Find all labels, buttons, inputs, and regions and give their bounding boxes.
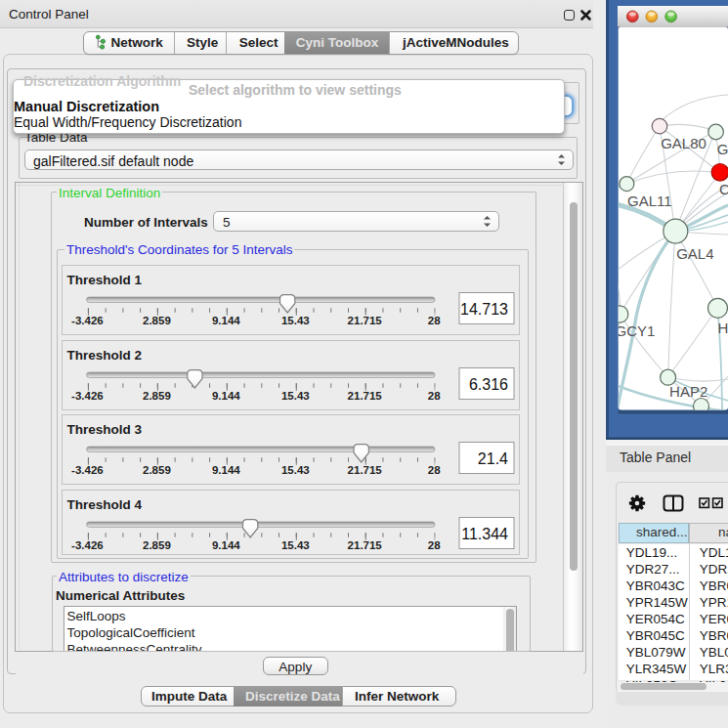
svg-text:21.715: 21.715	[348, 315, 383, 326]
svg-text:Threshold 1: Threshold 1	[67, 273, 143, 287]
svg-text:-3.426: -3.426	[71, 464, 104, 476]
svg-text:28: 28	[428, 539, 441, 551]
svg-text:Threshold 3: Threshold 3	[67, 422, 143, 437]
svg-text:GCY1: GCY1	[616, 322, 656, 339]
svg-text:GAL80: GAL80	[661, 135, 707, 151]
svg-text:HAP2: HAP2	[669, 383, 707, 400]
svg-text:15.43: 15.43	[281, 539, 310, 551]
svg-text:9.144: 9.144	[212, 539, 240, 551]
svg-text:-3.426: -3.426	[71, 539, 104, 551]
svg-text:2.859: 2.859	[143, 315, 171, 326]
svg-text:2.859: 2.859	[143, 539, 171, 551]
svg-text:9.144: 9.144	[212, 390, 240, 402]
svg-text:21.715: 21.715	[348, 390, 383, 402]
svg-text:GA: GA	[717, 141, 728, 157]
svg-text:9.144: 9.144	[212, 315, 240, 326]
svg-text:15.43: 15.43	[281, 464, 310, 476]
svg-text:GAL11: GAL11	[627, 193, 672, 209]
svg-text:2.859: 2.859	[143, 390, 171, 402]
svg-text:28: 28	[428, 315, 441, 326]
svg-text:28: 28	[428, 464, 441, 476]
svg-text:HA: HA	[718, 320, 728, 336]
svg-text:21.715: 21.715	[348, 464, 383, 476]
svg-text:14.713: 14.713	[460, 301, 508, 318]
svg-text:-3.426: -3.426	[71, 390, 104, 402]
svg-text:6.316: 6.316	[469, 376, 508, 393]
svg-text:15.43: 15.43	[281, 390, 310, 402]
svg-text:CY: CY	[719, 181, 728, 197]
svg-text:9.144: 9.144	[212, 464, 240, 476]
svg-text:21.4: 21.4	[478, 450, 508, 467]
svg-text:21.715: 21.715	[348, 539, 383, 551]
svg-text:Threshold 2: Threshold 2	[67, 348, 143, 363]
svg-text:-3.426: -3.426	[71, 315, 104, 326]
svg-text:GAL4: GAL4	[676, 245, 713, 262]
svg-text:15.43: 15.43	[281, 315, 310, 326]
svg-text:28: 28	[428, 390, 441, 402]
svg-text:Threshold 4: Threshold 4	[67, 497, 143, 512]
svg-text:11.344: 11.344	[461, 526, 508, 542]
svg-text:2.859: 2.859	[143, 464, 171, 476]
